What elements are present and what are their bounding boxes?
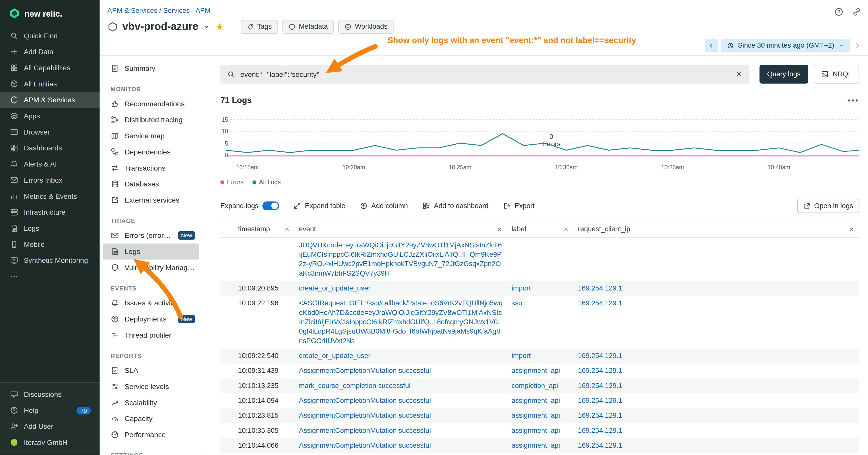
add-to-dashboard-button[interactable]: Add to dashboard	[422, 202, 489, 210]
metadata-chip[interactable]: Metadata	[282, 20, 334, 33]
time-back-button[interactable]	[705, 39, 718, 52]
table-row[interactable]: 10:10:49.051mark_course_completion succe…	[220, 453, 859, 455]
sidebar-item-synthetic-monitoring[interactable]: Synthetic Monitoring	[0, 253, 99, 268]
table-row[interactable]: 10:10:35.305AssignmentCompletionMutation…	[220, 423, 859, 438]
sidebar-item-dashboards[interactable]: Dashboards	[0, 140, 99, 156]
sidebar-item-discussions[interactable]: Discussions	[0, 386, 99, 402]
event-link[interactable]: JUQVU&code=eyJraWQiOiJjcGltY29yZV8wOTl1M…	[299, 241, 502, 278]
sidebar-item-deployments[interactable]: DeploymentsNew	[103, 311, 199, 327]
breadcrumb-link-apm-services[interactable]: APM & Services	[107, 6, 157, 14]
expand-logs-toggle[interactable]: Expand logs	[220, 201, 279, 210]
entity-chevron-icon[interactable]	[203, 23, 210, 30]
ip-link[interactable]: 169.254.129.1	[578, 352, 622, 360]
sidebar-item-summary[interactable]: Summary	[103, 60, 199, 76]
sidebar-item-logs[interactable]: Logs	[103, 243, 199, 260]
sidebar-item-external-services[interactable]: External services	[103, 192, 199, 208]
ip-link[interactable]: 169.254.129.1	[578, 412, 622, 420]
sidebar-item-dots[interactable]	[0, 268, 99, 285]
sidebar-item-apm-services[interactable]: APM & Services	[0, 92, 99, 108]
remove-column-icon[interactable]	[848, 226, 855, 232]
workloads-chip[interactable]: Workloads	[338, 20, 394, 33]
toggle-on-icon[interactable]	[262, 201, 279, 210]
label-link[interactable]: assignment_api	[512, 397, 560, 404]
sidebar-item-scalability[interactable]: Scalability	[103, 394, 199, 411]
column-header-request-client-ip[interactable]: request_client_ip	[574, 222, 859, 237]
column-header-timestamp[interactable]: timestamp	[234, 222, 294, 237]
label-link[interactable]: import	[512, 285, 531, 292]
ip-link[interactable]: 169.254.129.1	[578, 426, 622, 434]
sidebar-item-add-user[interactable]: Add User	[0, 419, 99, 434]
sidebar-item-errors-inbox[interactable]: Errors Inbox	[0, 172, 99, 188]
ip-link[interactable]: 169.254.129.1	[578, 367, 622, 375]
table-row[interactable]: 10:09:22.540create_or_update_userimport1…	[220, 349, 859, 363]
log-query-bar[interactable]	[220, 65, 749, 84]
sidebar-item-distributed-tracing[interactable]: Distributed tracing	[103, 112, 199, 128]
event-link[interactable]: AssignmentCompletionMutation successful	[299, 367, 431, 375]
sidebar-item-browser[interactable]: Browser	[0, 124, 99, 140]
legend-item-all-logs[interactable]: All Logs	[252, 178, 280, 185]
sidebar-item-alerts-ai[interactable]: Alerts & AI	[0, 156, 99, 172]
label-link[interactable]: assignment_api	[512, 426, 560, 434]
column-header-label[interactable]: label	[507, 222, 574, 237]
sidebar-item-logs[interactable]: Logs	[0, 220, 99, 236]
favorite-star-icon[interactable]: ★	[216, 22, 224, 31]
ip-link[interactable]: 169.254.129.1	[578, 442, 622, 450]
sidebar-item-sla[interactable]: SLA	[103, 362, 199, 379]
sidebar-item-all-capabilities[interactable]: All Capabilities	[0, 60, 99, 76]
more-options-button[interactable]: •••	[847, 96, 859, 104]
sidebar-item-transactions[interactable]: Transactions	[103, 160, 199, 176]
table-row[interactable]: 10:10:23.815AssignmentCompletionMutation…	[220, 409, 859, 423]
brand[interactable]: new relic.	[0, 0, 99, 25]
ip-link[interactable]: 169.254.129.1	[578, 382, 622, 390]
table-row[interactable]: 10:09:20.895create_or_update_userimport1…	[220, 281, 859, 296]
sidebar-item-capacity[interactable]: Capacity	[103, 411, 199, 427]
event-link[interactable]: AssignmentCompletionMutation successful	[299, 442, 431, 450]
log-query-input[interactable]	[240, 70, 730, 78]
tags-chip[interactable]: Tags	[241, 20, 278, 33]
sidebar-item-mobile[interactable]: Mobile	[0, 236, 99, 253]
sidebar-item-performance[interactable]: Performance	[103, 426, 199, 443]
sidebar-item-errors-errors-inbox[interactable]: Errors (errors inbox)New	[103, 228, 199, 243]
breadcrumb-link-services-apm[interactable]: Services - APM	[163, 6, 211, 14]
sidebar-item-databases[interactable]: Databases	[103, 176, 199, 192]
table-row[interactable]: 10:10:13.235mark_course_completion succe…	[220, 379, 859, 393]
event-link[interactable]: AssignmentCompletionMutation successful	[299, 426, 431, 434]
sidebar-item-service-levels[interactable]: Service levels	[103, 379, 199, 394]
legend-item-errors[interactable]: Errors	[220, 178, 244, 185]
sidebar-item-dependencies[interactable]: Dependencies	[103, 144, 199, 160]
remove-column-icon[interactable]	[284, 226, 290, 232]
sidebar-item-iterativ-gmbh[interactable]: Iterativ GmbH	[0, 434, 99, 451]
table-row[interactable]: 10:09:22.196<ASGIRequest: GET '/sso/call…	[220, 296, 859, 349]
permalink-icon[interactable]	[852, 7, 861, 17]
remove-column-icon[interactable]	[563, 226, 569, 232]
table-row[interactable]: JUQVU&code=eyJraWQiOiJjcGltY29yZV8wOTl1M…	[220, 238, 859, 281]
event-link[interactable]: create_or_update_user	[299, 352, 371, 360]
remove-column-icon[interactable]	[496, 226, 502, 232]
column-header-event[interactable]: event	[294, 222, 507, 237]
event-link[interactable]: mark_course_completion successful	[299, 382, 410, 390]
add-column-button[interactable]: Add column	[360, 202, 408, 210]
time-forward-button[interactable]	[854, 41, 862, 50]
table-row[interactable]: 10:10:44.066AssignmentCompletionMutation…	[220, 438, 859, 453]
sidebar-item-apps[interactable]: Apps	[0, 108, 99, 124]
sidebar-item-all-entities[interactable]: All Entities	[0, 76, 99, 92]
label-link[interactable]: completion_api	[512, 382, 558, 390]
event-link[interactable]: AssignmentCompletionMutation successful	[299, 397, 431, 404]
sidebar-item-metrics-events[interactable]: Metrics & Events	[0, 188, 99, 204]
label-link[interactable]: assignment_api	[512, 442, 560, 450]
table-row[interactable]: 10:09:31.439AssignmentCompletionMutation…	[220, 363, 859, 379]
sidebar-item-add-data[interactable]: Add Data	[0, 44, 99, 60]
label-link[interactable]: assignment_api	[512, 412, 560, 420]
export-button[interactable]: Export	[503, 202, 534, 210]
sidebar-item-help[interactable]: Help70	[0, 402, 99, 419]
sidebar-item-vulnerability-management[interactable]: Vulnerability Management	[103, 260, 199, 275]
event-link[interactable]: AssignmentCompletionMutation successful	[299, 412, 431, 420]
sidebar-item-recommendations[interactable]: Recommendations	[103, 96, 199, 112]
label-link[interactable]: import	[512, 352, 531, 360]
event-link[interactable]: create_or_update_user	[299, 285, 371, 292]
ip-link[interactable]: 169.254.129.1	[578, 299, 622, 307]
ip-link[interactable]: 169.254.129.1	[578, 397, 622, 404]
expand-table-button[interactable]: Expand table	[293, 202, 345, 210]
time-picker[interactable]: Since 30 minutes ago (GMT+2)	[721, 39, 850, 52]
table-row[interactable]: 10:10:14.094AssignmentCompletionMutation…	[220, 393, 859, 409]
